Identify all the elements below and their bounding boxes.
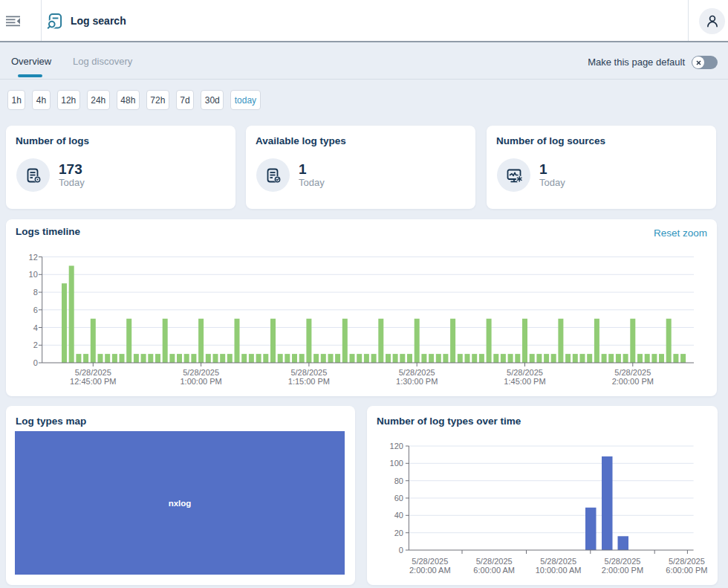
svg-text:4: 4 <box>33 323 38 332</box>
svg-text:60: 60 <box>394 494 403 503</box>
svg-text:12:45:00 PM: 12:45:00 PM <box>70 377 116 386</box>
svg-text:40: 40 <box>394 511 403 520</box>
svg-text:5/28/2025: 5/28/2025 <box>476 557 513 566</box>
svg-text:5/28/2025: 5/28/2025 <box>290 368 327 377</box>
svg-text:5/28/2025: 5/28/2025 <box>399 368 435 377</box>
svg-text:80: 80 <box>394 476 403 485</box>
svg-text:100: 100 <box>390 459 403 468</box>
svg-text:2: 2 <box>33 340 38 349</box>
svg-text:2:00:00 AM: 2:00:00 AM <box>409 566 451 575</box>
svg-text:2:00:00 PM: 2:00:00 PM <box>612 377 654 386</box>
svg-text:120: 120 <box>390 442 403 450</box>
svg-text:2:00:00 PM: 2:00:00 PM <box>602 566 643 575</box>
svg-text:5/28/2025: 5/28/2025 <box>605 557 641 566</box>
svg-text:5/28/2025: 5/28/2025 <box>614 368 651 377</box>
svg-text:5/28/2025: 5/28/2025 <box>412 557 448 566</box>
svg-text:6:00:00 PM: 6:00:00 PM <box>666 566 707 575</box>
svg-text:5/28/2025: 5/28/2025 <box>540 557 576 566</box>
svg-text:5/28/2025: 5/28/2025 <box>507 368 543 377</box>
svg-text:20: 20 <box>394 529 403 537</box>
svg-text:5/28/2025: 5/28/2025 <box>75 368 111 377</box>
svg-text:10: 10 <box>29 270 38 279</box>
svg-text:12: 12 <box>29 253 38 262</box>
svg-text:5/28/2025: 5/28/2025 <box>183 368 219 377</box>
svg-text:5/28/2025: 5/28/2025 <box>669 557 705 566</box>
svg-text:8: 8 <box>33 288 38 297</box>
svg-text:1:45:00 PM: 1:45:00 PM <box>504 377 545 386</box>
svg-text:10:00:00 AM: 10:00:00 AM <box>536 566 582 575</box>
svg-text:6:00:00 AM: 6:00:00 AM <box>473 566 515 575</box>
svg-text:0: 0 <box>33 358 38 367</box>
svg-text:1:30:00 PM: 1:30:00 PM <box>396 377 438 386</box>
svg-text:0: 0 <box>399 546 403 555</box>
svg-text:1:15:00 PM: 1:15:00 PM <box>288 377 330 386</box>
svg-text:6: 6 <box>33 306 38 314</box>
svg-text:1:00:00 PM: 1:00:00 PM <box>180 377 221 386</box>
